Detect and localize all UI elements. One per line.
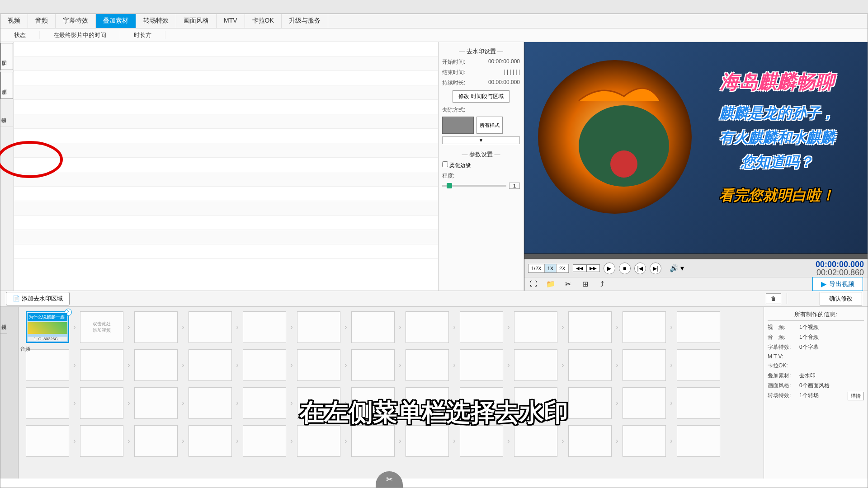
transition-slot[interactable]: › (612, 349, 623, 381)
transition-slot[interactable]: › (178, 349, 189, 381)
style-preview[interactable] (442, 117, 474, 134)
transition-slot[interactable]: › (123, 387, 134, 419)
clip-slot[interactable] (26, 349, 69, 381)
clip-slot[interactable] (623, 425, 666, 457)
next-frame-button[interactable]: ▶▶ (586, 264, 600, 272)
clip-slot[interactable] (189, 311, 232, 343)
transition-slot[interactable]: › (232, 349, 243, 381)
clip-slot[interactable] (677, 387, 720, 419)
transition-slot[interactable]: › (286, 425, 297, 457)
transition-slot[interactable]: › (123, 349, 134, 381)
clip-slot[interactable] (406, 311, 449, 343)
clip-slot[interactable] (568, 311, 612, 343)
transition-slot[interactable]: › (449, 311, 460, 343)
clip-slot[interactable] (189, 425, 232, 457)
transition-slot[interactable]: › (612, 311, 623, 343)
transition-slot[interactable]: › (395, 311, 406, 343)
transition-slot[interactable]: › (178, 425, 189, 457)
skip-back-button[interactable]: |◀ (634, 263, 646, 274)
transition-slot[interactable]: › (340, 387, 351, 419)
speed-button-1/2X[interactable]: 1/2X (528, 264, 545, 272)
clip-slot[interactable] (568, 425, 612, 457)
transition-slot[interactable]: › (612, 387, 623, 419)
top-tab-8[interactable]: 升级与服务 (282, 14, 328, 28)
clip-slot[interactable] (623, 311, 666, 343)
clip-slot[interactable] (134, 387, 178, 419)
top-tab-6[interactable]: MTV (217, 14, 245, 28)
clip-slot[interactable] (568, 387, 612, 419)
soften-edge-checkbox[interactable] (442, 161, 448, 167)
folder-icon[interactable]: 📁 (546, 280, 555, 289)
transition-slot[interactable]: › (557, 349, 568, 381)
clip-slot[interactable] (26, 387, 69, 419)
fullscreen-icon[interactable]: ⛶ (529, 280, 538, 289)
transition-slot[interactable]: › (286, 349, 297, 381)
transition-slot[interactable]: › (666, 425, 677, 457)
clip-slot[interactable] (351, 425, 395, 457)
transition-slot[interactable]: › (232, 425, 243, 457)
more-styles-button[interactable]: 所有样式 (476, 117, 503, 134)
clip-slot[interactable] (297, 387, 340, 419)
transition-slot[interactable]: › (557, 425, 568, 457)
transition-slot[interactable]: › (395, 349, 406, 381)
clip-slot[interactable] (80, 425, 123, 457)
clip-slot[interactable] (406, 425, 449, 457)
clip-slot[interactable] (351, 349, 395, 381)
clip-slot[interactable] (460, 425, 503, 457)
transition-slot[interactable]: › (286, 311, 297, 343)
transition-slot[interactable]: › (340, 311, 351, 343)
clip-slot[interactable] (243, 387, 286, 419)
clip-slot[interactable] (460, 387, 503, 419)
transition-slot[interactable]: › (232, 311, 243, 343)
clip-slot[interactable] (80, 349, 123, 381)
transition-slot[interactable]: › (503, 387, 514, 419)
transition-slot[interactable]: › (232, 387, 243, 419)
transition-slot[interactable]: › (557, 387, 568, 419)
sidebar-add-sticker[interactable]: 加贴图 (0, 43, 13, 70)
clip-slot[interactable] (189, 349, 232, 381)
transition-slot[interactable]: › (69, 349, 80, 381)
confirm-modify-button[interactable]: 确认修改 (820, 292, 862, 305)
settings-icon[interactable]: ⊞ (580, 280, 590, 289)
export-video-button[interactable]: ▶导出视频 (812, 277, 863, 291)
transition-slot[interactable]: › (123, 311, 134, 343)
transition-slot[interactable]: › (69, 387, 80, 419)
clip-slot[interactable]: 双击此处 添加视频 (80, 311, 123, 343)
top-tab-2[interactable]: 字幕特效 (56, 14, 96, 28)
clip-slot[interactable] (568, 349, 612, 381)
clip-slot[interactable] (351, 311, 395, 343)
delete-button[interactable]: 🗑 (766, 293, 781, 304)
clip-slot[interactable] (243, 349, 286, 381)
top-tab-5[interactable]: 画面风格 (176, 14, 217, 28)
timeline-sidebar-video[interactable]: 视频 (0, 307, 7, 334)
clip-slot[interactable] (297, 425, 340, 457)
transition-slot[interactable]: › (340, 349, 351, 381)
volume-icon[interactable]: 🔊 ▾ (670, 264, 684, 272)
info-action-button[interactable]: 详情 (848, 392, 864, 400)
clip-slot[interactable] (80, 387, 123, 419)
transition-slot[interactable]: › (286, 387, 297, 419)
clip-slot[interactable] (189, 387, 232, 419)
clip-slot[interactable] (623, 349, 666, 381)
clip-slot[interactable] (406, 387, 449, 419)
speed-button-1X[interactable]: 1X (545, 264, 557, 272)
clip-slot[interactable] (134, 425, 178, 457)
clip-slot[interactable] (243, 425, 286, 457)
degree-slider[interactable] (442, 185, 506, 187)
clip-slot[interactable] (26, 425, 69, 457)
preview-scrubber[interactable] (524, 253, 868, 259)
transition-slot[interactable]: › (557, 311, 568, 343)
transition-slot[interactable]: › (123, 425, 134, 457)
add-watermark-region-button[interactable]: 📄 添加去水印区域 (6, 292, 70, 305)
transition-slot[interactable]: › (666, 387, 677, 419)
expand-styles-button[interactable]: ▼ (442, 136, 520, 144)
clip-slot[interactable] (243, 311, 286, 343)
transition-slot[interactable]: › (69, 425, 80, 457)
clip-slot[interactable] (134, 349, 178, 381)
snapshot-icon[interactable]: ✂ (563, 280, 572, 289)
sidebar-remove-watermark[interactable]: 去水印 (0, 100, 13, 127)
transition-slot[interactable]: › (449, 349, 460, 381)
transition-slot[interactable]: › (178, 311, 189, 343)
clip-slot[interactable] (297, 311, 340, 343)
clip-slot[interactable]: × 为什么说麒麟一族是 1_C_80226C... (26, 311, 69, 343)
